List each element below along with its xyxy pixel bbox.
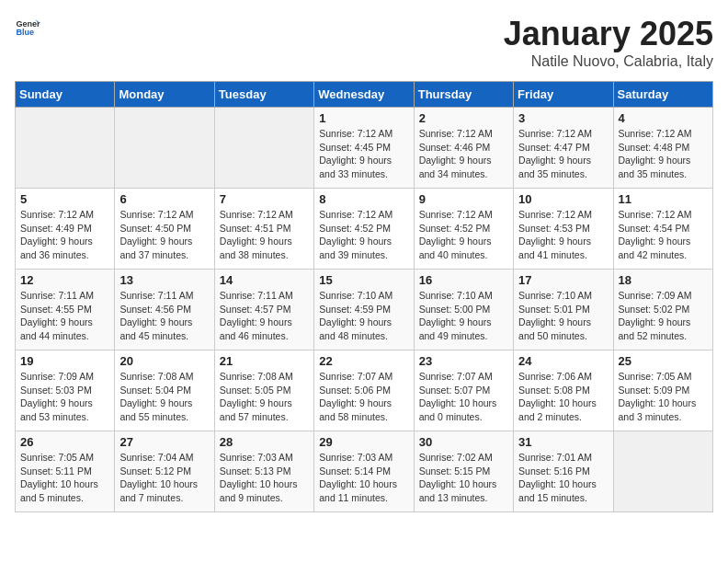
calendar-cell	[613, 431, 712, 512]
cell-info: Sunrise: 7:11 AM Sunset: 4:56 PM Dayligh…	[119, 289, 209, 343]
calendar-cell	[115, 108, 214, 189]
cell-info: Sunrise: 7:12 AM Sunset: 4:48 PM Dayligh…	[619, 127, 708, 181]
calendar-cell: 28Sunrise: 7:03 AM Sunset: 5:13 PM Dayli…	[214, 431, 313, 512]
day-number: 30	[419, 435, 508, 449]
calendar-cell: 2Sunrise: 7:12 AM Sunset: 4:46 PM Daylig…	[414, 108, 513, 189]
calendar-cell	[16, 108, 115, 189]
day-number: 22	[319, 354, 408, 368]
day-number: 23	[419, 354, 508, 368]
cell-info: Sunrise: 7:12 AM Sunset: 4:52 PM Dayligh…	[319, 208, 408, 262]
cell-info: Sunrise: 7:09 AM Sunset: 5:03 PM Dayligh…	[20, 370, 109, 424]
cell-info: Sunrise: 7:11 AM Sunset: 4:55 PM Dayligh…	[20, 289, 109, 343]
calendar-cell: 6Sunrise: 7:12 AM Sunset: 4:50 PM Daylig…	[115, 189, 214, 270]
day-of-week-header: Wednesday	[314, 82, 414, 108]
calendar-cell: 25Sunrise: 7:05 AM Sunset: 5:09 PM Dayli…	[613, 350, 712, 431]
calendar-cell: 30Sunrise: 7:02 AM Sunset: 5:15 PM Dayli…	[414, 431, 513, 512]
calendar-cell	[214, 108, 313, 189]
cell-info: Sunrise: 7:12 AM Sunset: 4:53 PM Dayligh…	[518, 208, 608, 262]
header: General Blue January 2025 Natile Nuovo, …	[15, 15, 713, 70]
calendar-cell: 27Sunrise: 7:04 AM Sunset: 5:12 PM Dayli…	[115, 431, 214, 512]
cell-info: Sunrise: 7:10 AM Sunset: 5:01 PM Dayligh…	[518, 289, 608, 343]
cell-info: Sunrise: 7:09 AM Sunset: 5:02 PM Dayligh…	[619, 289, 708, 343]
day-number: 25	[619, 354, 708, 368]
cell-info: Sunrise: 7:02 AM Sunset: 5:15 PM Dayligh…	[419, 451, 508, 505]
calendar-week-row: 1Sunrise: 7:12 AM Sunset: 4:45 PM Daylig…	[16, 108, 713, 189]
cell-info: Sunrise: 7:01 AM Sunset: 5:16 PM Dayligh…	[518, 451, 608, 505]
cell-info: Sunrise: 7:12 AM Sunset: 4:49 PM Dayligh…	[20, 208, 109, 262]
day-number: 26	[20, 435, 109, 449]
calendar-week-row: 19Sunrise: 7:09 AM Sunset: 5:03 PM Dayli…	[16, 350, 713, 431]
calendar-table: SundayMondayTuesdayWednesdayThursdayFrid…	[15, 81, 713, 512]
day-number: 12	[20, 273, 109, 287]
title-area: January 2025 Natile Nuovo, Calabria, Ita…	[504, 15, 713, 70]
calendar-week-row: 12Sunrise: 7:11 AM Sunset: 4:55 PM Dayli…	[16, 270, 713, 350]
calendar-week-row: 26Sunrise: 7:05 AM Sunset: 5:11 PM Dayli…	[16, 431, 713, 512]
cell-info: Sunrise: 7:06 AM Sunset: 5:08 PM Dayligh…	[518, 370, 608, 424]
calendar-cell: 17Sunrise: 7:10 AM Sunset: 5:01 PM Dayli…	[514, 270, 613, 350]
day-number: 20	[119, 354, 209, 368]
cell-info: Sunrise: 7:11 AM Sunset: 4:57 PM Dayligh…	[220, 289, 309, 343]
calendar-cell: 14Sunrise: 7:11 AM Sunset: 4:57 PM Dayli…	[214, 270, 313, 350]
day-number: 31	[518, 435, 608, 449]
cell-info: Sunrise: 7:05 AM Sunset: 5:11 PM Dayligh…	[20, 451, 109, 505]
calendar-cell: 5Sunrise: 7:12 AM Sunset: 4:49 PM Daylig…	[16, 189, 115, 270]
calendar-cell: 21Sunrise: 7:08 AM Sunset: 5:05 PM Dayli…	[214, 350, 313, 431]
day-number: 19	[20, 354, 109, 368]
day-of-week-header: Monday	[115, 82, 214, 108]
cell-info: Sunrise: 7:10 AM Sunset: 5:00 PM Dayligh…	[419, 289, 508, 343]
day-number: 29	[319, 435, 408, 449]
cell-info: Sunrise: 7:12 AM Sunset: 4:52 PM Dayligh…	[419, 208, 508, 262]
calendar-cell: 19Sunrise: 7:09 AM Sunset: 5:03 PM Dayli…	[16, 350, 115, 431]
calendar-cell: 31Sunrise: 7:01 AM Sunset: 5:16 PM Dayli…	[514, 431, 613, 512]
day-number: 8	[319, 192, 408, 206]
calendar-cell: 13Sunrise: 7:11 AM Sunset: 4:56 PM Dayli…	[115, 270, 214, 350]
cell-info: Sunrise: 7:07 AM Sunset: 5:07 PM Dayligh…	[419, 370, 508, 424]
day-number: 14	[220, 273, 309, 287]
cell-info: Sunrise: 7:08 AM Sunset: 5:05 PM Dayligh…	[220, 370, 309, 424]
calendar-header-row: SundayMondayTuesdayWednesdayThursdayFrid…	[16, 82, 713, 108]
calendar-cell: 22Sunrise: 7:07 AM Sunset: 5:06 PM Dayli…	[314, 350, 414, 431]
calendar-cell: 15Sunrise: 7:10 AM Sunset: 4:59 PM Dayli…	[314, 270, 414, 350]
logo-icon: General Blue	[15, 15, 40, 40]
calendar-cell: 29Sunrise: 7:03 AM Sunset: 5:14 PM Dayli…	[314, 431, 414, 512]
calendar-week-row: 5Sunrise: 7:12 AM Sunset: 4:49 PM Daylig…	[16, 189, 713, 270]
day-number: 2	[419, 111, 508, 125]
svg-text:Blue: Blue	[16, 28, 34, 37]
day-number: 10	[518, 192, 608, 206]
calendar-cell: 23Sunrise: 7:07 AM Sunset: 5:07 PM Dayli…	[414, 350, 513, 431]
day-of-week-header: Sunday	[16, 82, 115, 108]
cell-info: Sunrise: 7:12 AM Sunset: 4:46 PM Dayligh…	[419, 127, 508, 181]
logo: General Blue	[15, 15, 40, 40]
cell-info: Sunrise: 7:03 AM Sunset: 5:14 PM Dayligh…	[319, 451, 408, 505]
cell-info: Sunrise: 7:12 AM Sunset: 4:51 PM Dayligh…	[220, 208, 309, 262]
day-number: 13	[119, 273, 209, 287]
calendar-cell: 16Sunrise: 7:10 AM Sunset: 5:00 PM Dayli…	[414, 270, 513, 350]
calendar-cell: 4Sunrise: 7:12 AM Sunset: 4:48 PM Daylig…	[613, 108, 712, 189]
day-number: 28	[220, 435, 309, 449]
cell-info: Sunrise: 7:08 AM Sunset: 5:04 PM Dayligh…	[119, 370, 209, 424]
day-number: 7	[220, 192, 309, 206]
day-number: 9	[419, 192, 508, 206]
cell-info: Sunrise: 7:12 AM Sunset: 4:45 PM Dayligh…	[319, 127, 408, 181]
cell-info: Sunrise: 7:12 AM Sunset: 4:54 PM Dayligh…	[619, 208, 708, 262]
day-number: 11	[619, 192, 708, 206]
day-number: 16	[419, 273, 508, 287]
month-title: January 2025	[504, 15, 713, 53]
day-number: 15	[319, 273, 408, 287]
calendar-cell: 24Sunrise: 7:06 AM Sunset: 5:08 PM Dayli…	[514, 350, 613, 431]
day-number: 27	[119, 435, 209, 449]
calendar-cell: 12Sunrise: 7:11 AM Sunset: 4:55 PM Dayli…	[16, 270, 115, 350]
calendar-cell: 7Sunrise: 7:12 AM Sunset: 4:51 PM Daylig…	[214, 189, 313, 270]
day-number: 3	[518, 111, 608, 125]
day-number: 21	[220, 354, 309, 368]
calendar-cell: 26Sunrise: 7:05 AM Sunset: 5:11 PM Dayli…	[16, 431, 115, 512]
day-number: 4	[619, 111, 708, 125]
day-of-week-header: Thursday	[414, 82, 513, 108]
day-number: 5	[20, 192, 109, 206]
day-of-week-header: Tuesday	[214, 82, 313, 108]
day-number: 1	[319, 111, 408, 125]
day-number: 17	[518, 273, 608, 287]
cell-info: Sunrise: 7:05 AM Sunset: 5:09 PM Dayligh…	[619, 370, 708, 424]
location-subtitle: Natile Nuovo, Calabria, Italy	[504, 53, 713, 70]
cell-info: Sunrise: 7:03 AM Sunset: 5:13 PM Dayligh…	[220, 451, 309, 505]
